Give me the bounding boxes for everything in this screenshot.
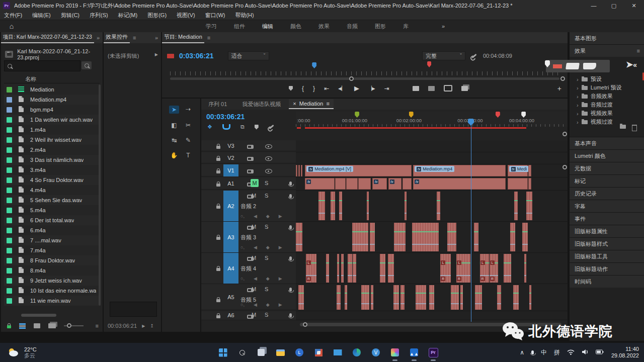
playback-resolution-select[interactable]: 完整ˇ xyxy=(422,51,465,60)
snap-magnet-icon[interactable] xyxy=(222,124,230,130)
trash-icon[interactable] xyxy=(632,125,637,131)
label-color-chip[interactable] xyxy=(7,188,12,193)
chevron-right-icon[interactable]: › xyxy=(577,94,579,100)
workspace-overflow-icon[interactable]: » xyxy=(442,23,445,29)
list-view-icon[interactable] xyxy=(19,323,26,329)
video-clip[interactable] xyxy=(528,165,531,176)
effects-folder-label[interactable]: Lumetri 预设 xyxy=(591,84,622,92)
label-color-chip[interactable] xyxy=(7,258,12,263)
security-app-button[interactable]: L xyxy=(293,346,305,358)
effects-folder-label[interactable]: 预设 xyxy=(591,75,602,83)
sequence-tab-label[interactable]: 序列 01 xyxy=(208,101,227,108)
maximize-button[interactable]: ▢ xyxy=(604,0,624,11)
export-frame-button[interactable] xyxy=(444,85,452,92)
audio-clip[interactable] xyxy=(475,285,482,310)
audio-clip[interactable] xyxy=(528,178,531,190)
track-id[interactable]: V3 xyxy=(223,143,238,149)
lock-icon[interactable] xyxy=(216,299,220,302)
workspace-tab[interactable]: 编辑 xyxy=(254,21,282,32)
list-item[interactable]: 9 Jetzt weiss ich.wav xyxy=(4,276,99,286)
label-color-chip[interactable] xyxy=(7,107,12,113)
label-color-chip[interactable] xyxy=(7,198,12,203)
search-button[interactable] xyxy=(236,346,248,358)
audio-clip[interactable] xyxy=(504,254,511,283)
voiceover-record-icon[interactable] xyxy=(289,225,292,229)
label-color-chip[interactable] xyxy=(7,208,12,213)
voiceover-record-icon[interactable] xyxy=(289,288,292,292)
mute-button[interactable]: M xyxy=(252,312,256,318)
workspace-tab[interactable]: 效果 xyxy=(310,21,338,32)
photos-app-button[interactable] xyxy=(389,346,401,358)
mute-button[interactable]: M xyxy=(252,286,256,292)
track-header-audio[interactable]: A4 M S 音频 4 ○, ◀ ◆ ▶ xyxy=(201,253,296,284)
audio-clip[interactable] xyxy=(394,223,405,251)
list-item[interactable]: 3.m4a xyxy=(4,165,99,175)
track-header-audio[interactable]: A5 M S 音频 5 ○, ◀ ◆ ▶ xyxy=(201,284,296,310)
file-name[interactable]: 7.m4a xyxy=(30,247,46,253)
track-visibility-icon[interactable] xyxy=(265,169,272,173)
audio-clip[interactable]: L R xyxy=(306,254,316,283)
keyframe-toggle-icon[interactable]: ○, xyxy=(240,276,245,281)
icon-view-icon[interactable] xyxy=(34,323,40,328)
mute-button[interactable]: M xyxy=(252,255,256,261)
list-item[interactable]: bgm.mp4 xyxy=(4,105,99,115)
premiere-taskbar-button[interactable]: Pr xyxy=(427,346,439,358)
nest-toggle-icon[interactable]: ❖ xyxy=(207,124,212,130)
collapsed-panel-tab[interactable]: 基本声音 xyxy=(570,137,644,149)
audio-clip[interactable] xyxy=(337,254,339,283)
type-tool[interactable]: T xyxy=(186,152,190,159)
goto-in-button[interactable]: ⇤ xyxy=(324,85,329,92)
audio-clip[interactable] xyxy=(451,285,459,310)
audio-clip[interactable] xyxy=(346,178,358,190)
freeform-view-icon[interactable] xyxy=(48,323,56,328)
label-color-chip[interactable] xyxy=(7,117,12,123)
sequence-tab[interactable]: 序列 01 xyxy=(201,99,234,110)
home-icon[interactable]: ⌂ xyxy=(0,22,23,30)
list-item[interactable]: 5 Sehen Sie das.wav xyxy=(4,195,99,205)
sequence-marker[interactable] xyxy=(496,112,500,118)
effect-controls-label[interactable]: 效果控件 xyxy=(104,32,130,43)
track-visibility-icon[interactable] xyxy=(265,144,272,149)
program-timecode[interactable]: 0:03:06:21 xyxy=(179,52,214,60)
audio-clip[interactable] xyxy=(318,192,326,220)
file-name[interactable]: 8.m4a xyxy=(30,267,46,274)
voiceover-record-icon[interactable] xyxy=(289,182,292,186)
sequence-tab[interactable]: 我爱德语队视频 xyxy=(235,99,288,110)
solo-button[interactable]: S xyxy=(265,286,268,292)
list-item[interactable]: 6.m4a xyxy=(4,225,99,235)
project-hscrollbar[interactable] xyxy=(21,314,56,317)
program-scroll-handle-right[interactable] xyxy=(560,76,565,81)
audio-clip[interactable] xyxy=(298,285,304,310)
label-color-chip[interactable] xyxy=(7,167,12,173)
name-column-header[interactable]: 名称 xyxy=(4,75,100,83)
task-view-button[interactable] xyxy=(255,346,267,358)
add-marker-icon[interactable] xyxy=(255,125,259,130)
weather-widget[interactable]: 22°C 多云 xyxy=(7,346,83,358)
track-id[interactable]: A3 xyxy=(223,222,238,252)
audio-clip[interactable] xyxy=(474,223,478,251)
prev-keyframe-icon[interactable]: ◀ xyxy=(254,214,257,219)
timeline-settings-icon[interactable] xyxy=(269,125,274,129)
menu-item[interactable]: 序列(S) xyxy=(90,12,108,19)
hand-tool[interactable]: ✋ xyxy=(171,152,178,159)
label-color-chip[interactable] xyxy=(7,97,12,103)
effects-tree-item[interactable]: › 预设 xyxy=(570,75,644,83)
track-header-audio[interactable]: A2 M S 音频 2 ○, ◀ ◆ ▶ xyxy=(201,191,296,222)
zoom-slider[interactable] xyxy=(64,325,84,326)
audio-clip[interactable]: fx xyxy=(388,178,401,190)
collapsed-panel-tab[interactable]: 旧版标题属性 xyxy=(570,225,644,237)
add-button[interactable]: + xyxy=(557,84,561,93)
audio-clip[interactable] xyxy=(400,285,405,310)
label-color-chip[interactable] xyxy=(7,248,12,253)
selection-tool[interactable]: ➤ xyxy=(169,106,179,114)
keyframe-toggle-icon[interactable]: ○, xyxy=(240,302,245,307)
sequence-marker[interactable] xyxy=(409,112,414,118)
workspace-tab[interactable]: 图形 xyxy=(366,21,394,32)
workspace-tab[interactable]: 颜色 xyxy=(282,21,310,32)
file-name[interactable]: 11 wie mein.wav xyxy=(30,298,71,304)
label-color-chip[interactable] xyxy=(7,137,12,143)
file-name[interactable]: 5 Sehen Sie das.wav xyxy=(30,197,82,203)
project-vscrollbar[interactable] xyxy=(99,84,101,306)
add-marker-button[interactable] xyxy=(289,86,293,91)
workspace-tab[interactable]: 组件 xyxy=(225,21,254,32)
